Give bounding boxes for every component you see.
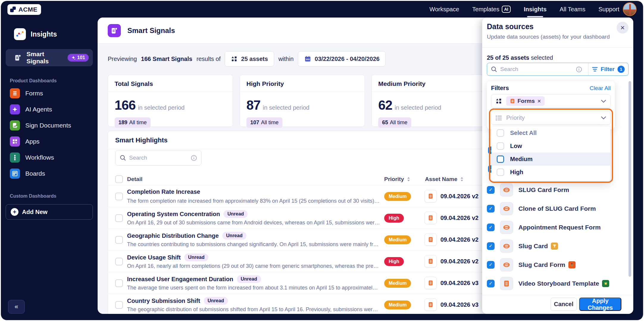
- nav-item-label: Support: [598, 6, 619, 13]
- asset-name: 09.04.2026 v2: [440, 258, 479, 265]
- panel-search-input[interactable]: [500, 66, 576, 73]
- clear-all-link[interactable]: Clear All: [590, 85, 611, 92]
- option-checkbox[interactable]: [497, 169, 504, 176]
- asset-checkbox-checked[interactable]: ✓: [487, 205, 495, 213]
- assets-selector-button[interactable]: 25 assets: [225, 51, 274, 67]
- asset-name: 09.04.2026 v2: [440, 215, 479, 221]
- sidebar-item-smart-signals[interactable]: Smart Signals 101: [6, 49, 93, 66]
- row-checkbox[interactable]: [115, 236, 123, 244]
- highlights-search[interactable]: [115, 150, 201, 166]
- signal-title: Device Usage Shift: [127, 254, 181, 261]
- card-asset-icon: [500, 240, 513, 253]
- asset-cell: 09.04.2026 v2: [424, 212, 479, 224]
- section-product-dashboards: Product Dashboards: [1, 66, 98, 85]
- sidebar-item-ai-agents[interactable]: AI Agents: [1, 101, 98, 117]
- priority-option-low[interactable]: Low: [491, 139, 610, 152]
- trophy-badge-icon: [551, 243, 558, 250]
- panel-title: Data sources: [487, 22, 534, 31]
- nav-item-all-teams[interactable]: All Teams: [560, 6, 585, 13]
- option-label: High: [510, 169, 523, 176]
- asset-list-item[interactable]: ✓Video Storyboard Template: [487, 274, 629, 293]
- asset-cell: 09.04.2026 v2: [424, 190, 479, 202]
- row-checkbox[interactable]: [115, 214, 123, 222]
- sidebar-item-label: Apps: [25, 138, 40, 145]
- asset-list-item[interactable]: ✓SLUG Card Form: [487, 180, 629, 199]
- priority-option-high[interactable]: High: [491, 166, 610, 179]
- priority-option-medium[interactable]: Medium: [491, 152, 610, 166]
- asset-list-item[interactable]: ✓Appointment Request Form: [487, 218, 629, 237]
- priority-placeholder: Priority: [506, 114, 597, 121]
- row-checkbox[interactable]: [115, 193, 123, 200]
- unread-badge: Unread: [204, 297, 228, 305]
- signal-description: The geographic distribution of submissio…: [127, 306, 380, 313]
- nav-item-workspace[interactable]: Workspace: [429, 6, 459, 13]
- row-checkbox[interactable]: [115, 279, 123, 287]
- asset-type-select[interactable]: Forms ✕: [491, 94, 611, 108]
- priority-filter-select[interactable]: Priority: [491, 111, 611, 125]
- form-asset-icon: [500, 277, 513, 290]
- forms-filter-chip: Forms ✕: [506, 96, 545, 106]
- card-asset-icon: [500, 258, 513, 271]
- sidebar-item-boards[interactable]: Boards: [1, 166, 98, 182]
- filter-button[interactable]: Filter 1: [588, 63, 628, 75]
- option-checkbox[interactable]: [497, 155, 504, 163]
- sidebar-item-apps[interactable]: Apps: [1, 133, 98, 150]
- priority-badge: Medium: [384, 192, 411, 201]
- add-new-button[interactable]: + Add New: [6, 204, 93, 220]
- bee-badge-icon: [568, 261, 576, 268]
- row-checkbox[interactable]: [115, 258, 123, 265]
- column-priority[interactable]: Priority: [384, 176, 411, 182]
- close-icon[interactable]: ✕: [617, 22, 629, 34]
- asset-list-item[interactable]: ✓Slug Card: [487, 237, 629, 255]
- option-checkbox[interactable]: [497, 142, 504, 150]
- nav-item-label: Templates: [472, 6, 499, 13]
- user-avatar[interactable]: [623, 2, 637, 16]
- asset-list: ✓SLUG Card Form✓Clone of SLUG Card Form✓…: [487, 180, 629, 293]
- select-all-checkbox[interactable]: [115, 175, 123, 183]
- priority-option-select-all[interactable]: Select All: [491, 126, 610, 139]
- asset-checkbox-checked[interactable]: ✓: [487, 280, 495, 287]
- asset-checkbox-checked[interactable]: ✓: [487, 242, 495, 250]
- nav-item-support[interactable]: Support: [598, 6, 619, 13]
- remove-chip-icon[interactable]: ✕: [537, 98, 541, 104]
- signal-title: Completion Rate Increase: [127, 188, 200, 195]
- smart-signals-page-icon: [108, 24, 121, 37]
- apply-changes-button[interactable]: Apply Changes: [579, 298, 621, 311]
- highlights-search-input[interactable]: [129, 155, 188, 161]
- nav-item-templates[interactable]: TemplatesAI: [472, 6, 511, 13]
- priority-options-dropdown: Select AllLowMediumHigh: [491, 126, 610, 181]
- plus-icon: +: [11, 208, 18, 216]
- date-range-button[interactable]: 03/22/2026 - 04/20/2026: [298, 51, 386, 67]
- stat-caption: in selected period: [263, 104, 310, 111]
- asset-checkbox-checked[interactable]: ✓: [487, 224, 495, 231]
- chevron-down-icon: [601, 116, 606, 119]
- asset-name: 09.04.2026 v3: [440, 280, 479, 287]
- option-checkbox[interactable]: [497, 129, 504, 137]
- cancel-button[interactable]: Cancel: [551, 298, 577, 311]
- asset-list-item[interactable]: ✓Slug Card Form: [487, 255, 629, 274]
- nav-item-insights[interactable]: Insights: [524, 6, 547, 13]
- form-asset-icon: [424, 233, 437, 246]
- sidebar-item-forms[interactable]: Forms: [1, 85, 98, 101]
- asset-name: 09.04.2026 v3: [440, 301, 479, 308]
- acme-logo[interactable]: ACME: [7, 4, 41, 15]
- filters-title: Filters: [491, 85, 509, 92]
- panel-scrollbar[interactable]: [629, 81, 631, 277]
- signal-title: Increased User Engagement Duration: [127, 276, 233, 283]
- priority-badge: High: [384, 214, 404, 223]
- assets-grid-icon: [231, 56, 237, 62]
- asset-checkbox-checked[interactable]: ✓: [487, 261, 495, 269]
- sidebar-collapse-button[interactable]: «: [8, 300, 25, 314]
- acme-logo-icon: [10, 6, 17, 13]
- sidebar-item-sign-documents[interactable]: Sign Documents: [1, 117, 98, 133]
- asset-checkbox-checked[interactable]: ✓: [487, 186, 495, 194]
- sidebar-app-header: Insights: [1, 18, 98, 40]
- asset-list-item[interactable]: ✓Clone of SLUG Card Form: [487, 199, 629, 218]
- form-asset-icon: [424, 190, 437, 202]
- stat-card-high-priority: High Priority87in selected period107All …: [240, 75, 365, 127]
- signal-title: Geographic Distribution Change: [127, 232, 219, 239]
- column-asset-name[interactable]: Asset Name: [425, 176, 464, 182]
- sidebar-item-workflows[interactable]: Workflows: [1, 150, 98, 166]
- preview-count: 166 Smart Signals: [141, 56, 192, 62]
- row-checkbox[interactable]: [115, 301, 123, 309]
